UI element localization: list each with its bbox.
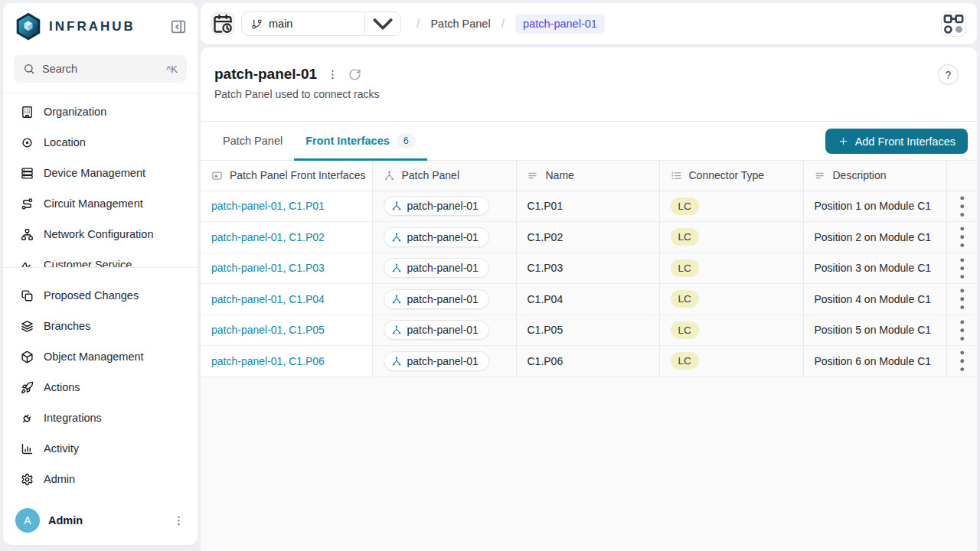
refresh-button[interactable] <box>348 68 361 81</box>
sidebar-item-device-management[interactable]: Device Management <box>14 158 187 188</box>
tab-bar: Patch Panel Front Interfaces 6 Add Front… <box>201 122 977 161</box>
user-menu[interactable]: A Admin <box>3 500 198 545</box>
kebab-icon <box>947 346 978 377</box>
description-cell: Position 3 on Module C1 <box>815 262 932 274</box>
page-subtitle: Patch Panel used to connect racks <box>214 88 963 100</box>
branch-current[interactable]: main <box>242 12 364 35</box>
search-input[interactable]: Search ^K <box>14 55 187 83</box>
table-row: patch-panel-01, C1.P01patch-panel-01C1.P… <box>201 191 977 222</box>
sidebar-item-network-configuration[interactable]: Network Configuration <box>14 219 187 249</box>
column-header-name[interactable]: Name <box>516 161 659 191</box>
column-header-front-interfaces[interactable]: Patch Panel Front Interfaces <box>201 161 372 191</box>
help-button[interactable]: ? <box>938 64 959 85</box>
breadcrumb-object[interactable]: patch-panel-01 <box>515 14 605 34</box>
sidebar-item-label: Device Management <box>44 167 145 179</box>
row-menu-button[interactable] <box>947 253 978 284</box>
patch-panel-chip[interactable]: patch-panel-01 <box>384 258 489 278</box>
row-menu-button[interactable] <box>947 191 978 222</box>
table-row: patch-panel-01, C1.P03patch-panel-01C1.P… <box>201 253 977 284</box>
name-cell: C1.P01 <box>528 200 564 212</box>
kebab-icon <box>947 222 978 253</box>
patch-panel-chip[interactable]: patch-panel-01 <box>384 320 489 340</box>
name-cell: C1.P04 <box>528 293 564 305</box>
add-front-interfaces-button[interactable]: Add Front Interfaces <box>825 129 968 154</box>
patch-panel-chip[interactable]: patch-panel-01 <box>384 289 489 309</box>
branch-dropdown-toggle[interactable] <box>364 12 400 35</box>
sidebar-item-label: Location <box>44 136 86 148</box>
sidebar-item-circuit-management[interactable]: Circuit Management <box>14 188 187 219</box>
sidebar-item-proposed-changes[interactable]: Proposed Changes <box>14 280 187 311</box>
front-interface-link[interactable]: patch-panel-01, C1.P05 <box>211 324 325 336</box>
name-cell: C1.P03 <box>528 262 564 274</box>
sidebar-item-integrations[interactable]: Integrations <box>14 403 187 433</box>
page-title: patch-panel-01 <box>214 66 317 83</box>
sidebar-item-actions[interactable]: Actions <box>14 372 187 403</box>
patch-panel-chip-label: patch-panel-01 <box>407 200 479 212</box>
front-interface-link[interactable]: patch-panel-01, C1.P02 <box>211 231 325 243</box>
sidebar-item-location[interactable]: Location <box>14 127 187 158</box>
front-interface-link[interactable]: patch-panel-01, C1.P06 <box>211 355 325 367</box>
sidebar-item-object-management[interactable]: Object Management <box>14 341 187 372</box>
patch-panel-chip-label: patch-panel-01 <box>407 324 479 336</box>
row-menu-button[interactable] <box>947 315 978 346</box>
chevron-down-icon <box>365 11 400 36</box>
schema-icon <box>942 12 965 36</box>
row-menu-button[interactable] <box>947 346 978 377</box>
sidebar-item-label: Proposed Changes <box>44 289 139 302</box>
front-interface-link[interactable]: patch-panel-01, C1.P01 <box>211 200 325 212</box>
row-menu-button[interactable] <box>947 284 978 315</box>
description-cell: Position 2 on Module C1 <box>815 231 932 243</box>
front-interface-link[interactable]: patch-panel-01, C1.P03 <box>211 262 325 274</box>
column-header-description[interactable]: Description <box>803 161 946 191</box>
brand-header: INFRAHUB <box>3 3 198 46</box>
sidebar-item-label: Circuit Management <box>44 197 143 210</box>
plus-icon <box>838 135 849 147</box>
schema-visualizer-button[interactable] <box>941 11 966 37</box>
front-interface-link[interactable]: patch-panel-01, C1.P04 <box>211 293 325 305</box>
kebab-icon <box>947 315 978 346</box>
description-cell: Position 6 on Module C1 <box>815 355 932 367</box>
breadcrumb-section[interactable]: Patch Panel <box>430 18 490 30</box>
patch-panel-chip[interactable]: patch-panel-01 <box>384 196 489 216</box>
name-cell: C1.P05 <box>528 324 564 336</box>
description-cell: Position 1 on Module C1 <box>815 200 932 212</box>
sidebar-item-customer-service[interactable]: Customer Service <box>14 249 187 268</box>
tab-patch-panel[interactable]: Patch Panel <box>211 122 294 160</box>
column-header-connector-type[interactable]: Connector Type <box>659 161 803 191</box>
sidebar-item-label: Activity <box>44 442 79 455</box>
breadcrumb: / Patch Panel / patch-panel-01 <box>416 14 605 34</box>
add-button-label: Add Front Interfaces <box>855 135 956 148</box>
signature-icon <box>21 259 34 269</box>
tab-front-interfaces[interactable]: Front Interfaces 6 <box>294 122 427 160</box>
sidebar-item-label: Integrations <box>44 412 102 424</box>
topbar: main / Patch Panel / patch-panel-01 <box>201 3 977 44</box>
collapse-sidebar-button[interactable] <box>170 18 187 35</box>
network-icon <box>21 228 34 241</box>
sidebar-item-admin[interactable]: Admin <box>14 464 187 494</box>
sidebar-item-organization[interactable]: Organization <box>14 96 187 127</box>
avatar: A <box>15 508 40 533</box>
kebab-icon <box>947 284 978 315</box>
hierarchy-icon <box>391 356 402 367</box>
column-header-patch-panel[interactable]: Patch Panel <box>372 161 516 191</box>
sidebar-item-label: Admin <box>44 473 75 485</box>
kebab-icon <box>947 191 978 222</box>
server-icon <box>21 167 34 180</box>
sidebar-item-label: Actions <box>44 381 80 393</box>
text-lines-icon <box>528 170 539 181</box>
search-shortcut: ^K <box>166 64 178 75</box>
branch-selector[interactable]: main <box>241 11 401 36</box>
connector-type-badge: LC <box>671 321 699 339</box>
hierarchy-icon <box>391 232 402 243</box>
object-menu-button[interactable] <box>326 68 339 81</box>
patch-panel-chip[interactable]: patch-panel-01 <box>384 351 489 371</box>
list-icon <box>671 170 682 181</box>
sidebar-item-label: Branches <box>44 320 90 332</box>
sidebar-item-activity[interactable]: Activity <box>14 433 187 464</box>
sidebar-item-branches[interactable]: Branches <box>14 311 187 341</box>
diff-icon <box>21 289 34 302</box>
row-menu-button[interactable] <box>947 222 978 253</box>
time-travel-button[interactable] <box>211 12 234 35</box>
patch-panel-chip[interactable]: patch-panel-01 <box>384 227 489 247</box>
user-menu-button[interactable] <box>172 514 185 527</box>
